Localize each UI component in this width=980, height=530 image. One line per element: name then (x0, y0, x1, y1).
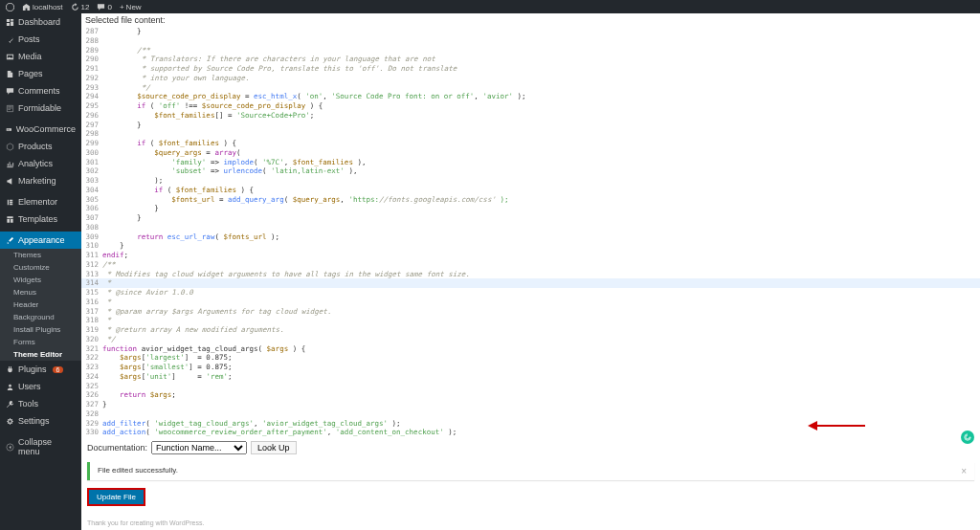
wp-logo[interactable] (6, 3, 14, 11)
plugin-icon (6, 365, 14, 374)
code-line[interactable]: 303 ); (81, 176, 980, 186)
code-line[interactable]: 310 } (81, 241, 980, 251)
code-line[interactable]: 299 if ( $font_families ) { (81, 139, 980, 148)
collapse-menu[interactable]: Collapse menu (0, 433, 81, 460)
code-line[interactable]: 314 * (81, 278, 980, 288)
footer-credit: Thank you for creating with WordPress. (81, 516, 980, 530)
sidebar-item-posts[interactable]: Posts (0, 31, 81, 48)
lookup-button[interactable]: Look Up (251, 441, 297, 454)
code-line[interactable]: 311endif; (81, 251, 980, 260)
line-number: 302 (81, 166, 102, 176)
code-line[interactable]: 297 } (81, 121, 980, 130)
code-line[interactable]: 293 */ (81, 83, 980, 93)
sidebar-item-plugins[interactable]: Plugins6 (0, 361, 81, 378)
sidebar-item-media[interactable]: Media (0, 48, 81, 65)
code-line[interactable]: 296 $font_families[] = 'Source+Code+Pro'… (81, 111, 980, 121)
update-file-button[interactable]: Update File (87, 488, 145, 506)
sidebar-item-label: Products (18, 142, 53, 151)
code-line[interactable]: 324 $args['unit'] = 'rem'; (81, 372, 980, 382)
submenu-forms[interactable]: Forms (0, 336, 81, 348)
code-line[interactable]: 320 */ (81, 335, 980, 344)
code-line[interactable]: 319 * @return array A new modified argum… (81, 325, 980, 335)
sidebar-item-settings[interactable]: Settings (0, 412, 81, 430)
sidebar-item-dashboard[interactable]: Dashboard (0, 13, 81, 31)
code-line[interactable]: 308 (81, 223, 980, 232)
line-number: 303 (81, 176, 102, 186)
collapse-icon (6, 443, 14, 452)
code-line[interactable]: 301 'family' => implode( '%7C', $font_fa… (81, 158, 980, 167)
sidebar-item-users[interactable]: Users (0, 378, 81, 395)
sidebar-item-label: Dashboard (18, 17, 60, 27)
doc-select[interactable]: Function Name... (151, 441, 247, 454)
code-line[interactable]: 287 } (81, 27, 980, 36)
code-text: */ (102, 83, 980, 93)
code-line[interactable]: 316 * (81, 298, 980, 307)
code-text: * @param array $args Arguments for tag c… (102, 307, 980, 317)
sidebar-item-products[interactable]: Products (0, 138, 81, 155)
code-text: function avior_widget_tag_cloud_args( $a… (102, 344, 980, 354)
sidebar-item-appearance[interactable]: Appearance (0, 232, 81, 249)
code-line[interactable]: 328 (81, 409, 980, 419)
submenu-widgets[interactable]: Widgets (0, 274, 81, 286)
code-line[interactable]: 327} (81, 400, 980, 409)
code-line[interactable]: 300 $query_args = array( (81, 148, 980, 158)
sidebar-item-marketing[interactable]: Marketing (0, 172, 81, 189)
code-line[interactable]: 325 (81, 382, 980, 391)
submenu-install-plugins[interactable]: Install Plugins (0, 323, 81, 336)
sidebar-item-label: Comments (18, 86, 60, 96)
submenu-themes[interactable]: Themes (0, 249, 81, 261)
code-line[interactable]: 307 } (81, 213, 980, 223)
submenu-menus[interactable]: Menus (0, 286, 81, 298)
code-line[interactable]: 317 * @param array $args Arguments for t… (81, 307, 980, 317)
submenu-background[interactable]: Background (0, 311, 81, 323)
submenu-theme-editor[interactable]: Theme Editor (0, 348, 81, 361)
code-line[interactable]: 291 * supported by Source Code Pro, tran… (81, 64, 980, 74)
settings-icon (6, 417, 14, 426)
code-line[interactable]: 313 * Modifies tag cloud widget argument… (81, 270, 980, 279)
sidebar-item-woocommerce[interactable]: WooCommerce (0, 121, 81, 138)
line-number: 305 (81, 195, 102, 205)
code-line[interactable]: 304 if ( $font_families ) { (81, 186, 980, 195)
dismiss-notice[interactable]: × (961, 466, 967, 476)
grammarly-icon[interactable] (961, 431, 974, 444)
code-line[interactable]: 298 (81, 129, 980, 139)
code-line[interactable]: 289 /** (81, 46, 980, 55)
sidebar-item-templates[interactable]: Templates (0, 210, 81, 228)
code-line[interactable]: 295 if ( 'off' !== $source_code_pro_disp… (81, 101, 980, 111)
site-link[interactable]: localhost (22, 3, 63, 11)
sidebar-item-comments[interactable]: Comments (0, 82, 81, 99)
code-line[interactable]: 321function avior_widget_tag_cloud_args(… (81, 344, 980, 354)
code-line[interactable]: 288 (81, 36, 980, 46)
code-line[interactable]: 305 $fonts_url = add_query_arg( $query_a… (81, 195, 980, 205)
sidebar-item-formidable[interactable]: Formidable (0, 99, 81, 117)
code-line[interactable]: 306 } (81, 204, 980, 213)
code-line[interactable]: 302 'subset' => urlencode( 'latin,latin-… (81, 166, 980, 176)
code-text: /** (102, 260, 980, 270)
sidebar-item-analytics[interactable]: Analytics (0, 155, 81, 172)
submenu-header[interactable]: Header (0, 298, 81, 311)
analytics-icon (6, 160, 14, 168)
submenu-customize[interactable]: Customize (0, 261, 81, 274)
comments-count: 0 (107, 3, 111, 11)
code-line[interactable]: 292 * into your own language. (81, 74, 980, 83)
code-line[interactable]: 309 return esc_url_raw( $fonts_url ); (81, 232, 980, 242)
sidebar-item-pages[interactable]: Pages (0, 65, 81, 82)
code-text (102, 129, 980, 139)
updates-link[interactable]: 12 (71, 3, 90, 11)
code-line[interactable]: 323 $args['smallest'] = 0.875; (81, 363, 980, 372)
code-line[interactable]: 318 * (81, 316, 980, 325)
comments-link[interactable]: 0 (97, 3, 111, 11)
code-line[interactable]: 322 $args['largest'] = 0.875; (81, 353, 980, 363)
code-line[interactable]: 326 return $args; (81, 390, 980, 400)
line-number: 293 (81, 83, 102, 93)
code-line[interactable]: 294 $source_code_pro_display = esc_html_… (81, 92, 980, 101)
code-text: if ( $font_families ) { (102, 186, 980, 195)
code-line[interactable]: 315 * @since Avior 1.0.0 (81, 288, 980, 298)
code-line[interactable]: 312/** (81, 260, 980, 270)
sidebar-item-elementor[interactable]: Elementor (0, 193, 81, 210)
code-editor[interactable]: 287 }288289 /**290 * Translators: If the… (81, 27, 980, 437)
new-link[interactable]: + New (120, 3, 142, 11)
code-line[interactable]: 290 * Translators: If there are characte… (81, 55, 980, 64)
line-number: 319 (81, 325, 102, 335)
sidebar-item-tools[interactable]: Tools (0, 395, 81, 412)
